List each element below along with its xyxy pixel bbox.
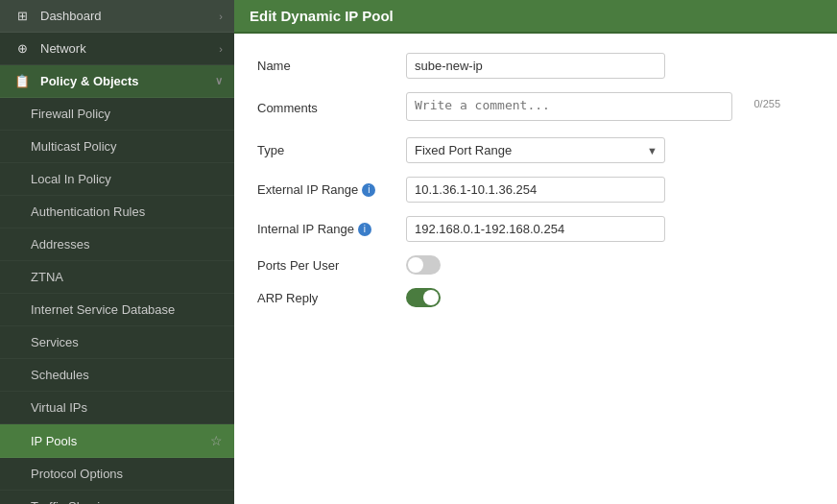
sidebar-item-ip-pools[interactable]: IP Pools ☆ <box>0 424 234 458</box>
sidebar-item-label: Authentication Rules <box>31 204 223 219</box>
sidebar-item-schedules[interactable]: Schedules <box>0 359 234 392</box>
star-icon[interactable]: ☆ <box>210 433 223 448</box>
internal-ip-range-info-icon[interactable]: i <box>358 223 371 236</box>
external-ip-range-info-icon[interactable]: i <box>362 183 375 197</box>
sidebar-item-label: IP Pools <box>31 434 210 448</box>
ports-per-user-toggle[interactable] <box>406 255 441 275</box>
sidebar-item-label: Multicast Policy <box>31 139 223 154</box>
external-ip-range-input[interactable] <box>406 177 665 203</box>
sidebar-item-dashboard[interactable]: ⊞ Dashboard › <box>0 0 234 33</box>
chevron-down-icon: ∨ <box>215 75 223 87</box>
sidebar-item-services[interactable]: Services <box>0 326 234 359</box>
page-title: Edit Dynamic IP Pool <box>234 0 837 34</box>
arp-reply-row: ARP Reply <box>257 288 814 307</box>
sidebar-item-label: Schedules <box>31 368 223 382</box>
external-ip-range-label: External IP Range i <box>257 182 406 197</box>
sidebar-item-protocol-options[interactable]: Protocol Options <box>0 458 234 491</box>
sidebar-item-label: Local In Policy <box>31 172 223 186</box>
sidebar-item-label: Policy & Objects <box>40 74 215 88</box>
sidebar-item-policy-objects[interactable]: 📋 Policy & Objects ∨ <box>0 65 234 98</box>
internal-ip-range-label: Internal IP Range i <box>257 222 406 236</box>
form-title: Edit Dynamic IP Pool <box>250 8 394 24</box>
internal-ip-range-input[interactable] <box>406 216 665 242</box>
arp-reply-toggle[interactable] <box>406 288 441 307</box>
network-icon: ⊕ <box>12 41 33 56</box>
main-content: Edit Dynamic IP Pool Name Comments 0/255… <box>234 0 837 504</box>
comments-input[interactable] <box>406 92 732 121</box>
name-row: Name <box>257 53 814 79</box>
sidebar-item-multicast-policy[interactable]: Multicast Policy <box>0 131 234 163</box>
sidebar-item-label: ZTNA <box>31 270 223 284</box>
sidebar-item-traffic-shaping[interactable]: Traffic Shaping <box>0 491 234 504</box>
sidebar-item-internet-service-db[interactable]: Internet Service Database <box>0 294 234 326</box>
type-label: Type <box>257 143 406 157</box>
sidebar-item-addresses[interactable]: Addresses <box>0 228 234 261</box>
internal-ip-range-row: Internal IP Range i <box>257 216 814 242</box>
type-select-wrap: Fixed Port Range One-to-One Port Block A… <box>406 137 665 163</box>
sidebar-item-label: Protocol Options <box>31 467 223 481</box>
toggle-knob <box>423 290 439 305</box>
form-area: Name Comments 0/255 Type Fixed Port Rang… <box>234 34 837 504</box>
sidebar-item-label: Traffic Shaping <box>31 499 223 504</box>
comments-wrap: 0/255 <box>406 92 732 124</box>
char-count: 0/255 <box>753 98 780 109</box>
sidebar-item-label: Firewall Policy <box>31 107 223 121</box>
sidebar-item-local-in-policy[interactable]: Local In Policy <box>0 163 234 196</box>
sidebar-item-label: Virtual IPs <box>31 400 223 415</box>
type-row: Type Fixed Port Range One-to-One Port Bl… <box>257 137 814 163</box>
type-select[interactable]: Fixed Port Range One-to-One Port Block A… <box>406 137 665 163</box>
ports-per-user-label: Ports Per User <box>257 258 406 273</box>
name-input[interactable] <box>406 53 665 79</box>
sidebar-item-network[interactable]: ⊕ Network › <box>0 33 234 65</box>
policy-objects-icon: 📋 <box>12 74 33 88</box>
dashboard-icon: ⊞ <box>12 9 33 23</box>
sidebar-item-label: Internet Service Database <box>31 302 223 317</box>
chevron-right-icon: › <box>219 43 223 55</box>
sidebar-item-virtual-ips[interactable]: Virtual IPs <box>0 392 234 424</box>
arp-reply-label: ARP Reply <box>257 291 406 305</box>
sidebar: ⊞ Dashboard › ⊕ Network › 📋 Policy & Obj… <box>0 0 234 504</box>
sidebar-item-auth-rules[interactable]: Authentication Rules <box>0 196 234 228</box>
sidebar-item-label: Network <box>40 41 219 56</box>
toggle-knob <box>408 257 423 273</box>
sidebar-item-ztna[interactable]: ZTNA <box>0 261 234 294</box>
sidebar-item-label: Services <box>31 335 223 349</box>
comments-row: Comments 0/255 <box>257 92 814 124</box>
ports-per-user-row: Ports Per User <box>257 255 814 275</box>
chevron-right-icon: › <box>219 11 223 22</box>
sidebar-item-label: Dashboard <box>40 9 219 23</box>
sidebar-item-label: Addresses <box>31 237 223 252</box>
name-label: Name <box>257 59 406 73</box>
external-ip-range-row: External IP Range i <box>257 177 814 203</box>
comments-label: Comments <box>257 101 406 115</box>
sidebar-item-firewall-policy[interactable]: Firewall Policy <box>0 98 234 131</box>
